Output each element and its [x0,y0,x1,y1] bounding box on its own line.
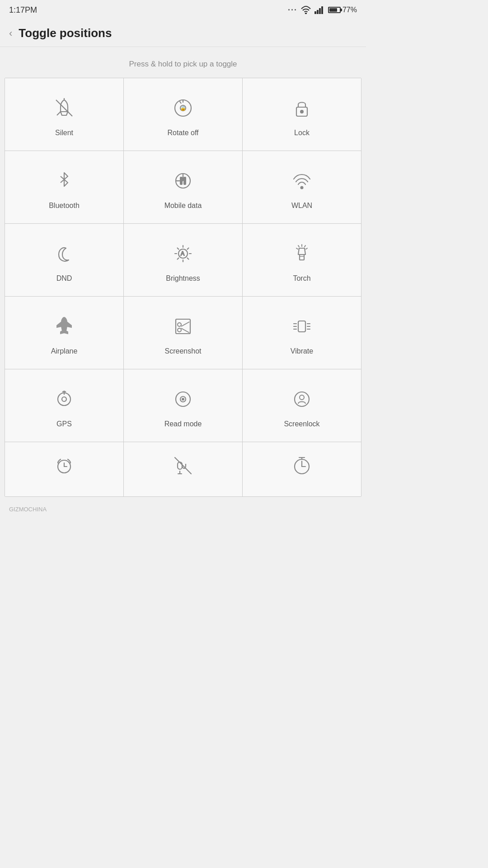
page-title: Toggle positions [19,26,112,40]
watermark: GIZMOCHINA [0,497,366,522]
silent-label: Silent [55,129,73,137]
battery-percent: 77% [343,6,357,14]
grid-row-4: Airplane Screenshot [5,297,361,369]
wlan-label: WLAN [291,202,312,210]
mobile-data-label: Mobile data [164,202,202,210]
gps-label: GPS [56,420,72,428]
lock-icon [288,94,315,122]
toggle-mute-slash[interactable] [124,442,243,496]
svg-rect-28 [300,255,304,260]
svg-line-26 [178,258,179,259]
read-mode-icon [169,386,197,413]
timer-icon [288,452,315,479]
toggle-mobile-data[interactable]: Mobile data [124,151,243,223]
toggle-rotate-off[interactable]: 🔒 Rotate off [124,78,243,151]
bluetooth-icon [51,167,78,194]
svg-point-37 [178,328,181,332]
toggle-airplane[interactable]: Airplane [5,297,124,369]
svg-rect-40 [298,321,305,332]
toggle-silent[interactable]: Silent [5,78,124,151]
toggle-torch[interactable]: Torch [243,224,361,296]
svg-text:A: A [181,250,184,257]
dnd-label: DND [56,274,72,283]
toggle-grid: Silent 🔒 Rotate off [5,78,361,497]
svg-point-36 [178,323,181,326]
toggle-lock[interactable]: Lock [243,78,361,151]
watermark-text: GIZMOCHINA [9,506,47,513]
svg-point-17 [301,187,303,189]
svg-rect-4 [321,6,323,14]
read-mode-label: Read mode [164,420,202,428]
svg-point-10 [300,110,303,113]
toggle-dnd[interactable]: DND [5,224,124,296]
silent-icon [51,94,78,122]
svg-rect-2 [317,10,319,14]
header: ‹ Toggle positions [0,20,366,47]
rotate-off-label: Rotate off [167,129,198,137]
svg-point-47 [58,393,70,406]
dnd-icon [51,240,78,267]
grid-row-5: GPS Read mode Screenlock [5,369,361,442]
grid-row-1: Silent 🔒 Rotate off [5,78,361,151]
lock-label: Lock [294,129,310,137]
vibrate-label: Vibrate [291,347,313,355]
toggle-bluetooth[interactable]: Bluetooth [5,151,124,223]
status-bar: 1:17PM ··· 77% [0,0,366,20]
svg-line-39 [181,328,189,333]
screenshot-label: Screenshot [165,347,202,355]
toggle-read-mode[interactable]: Read mode [124,369,243,442]
grid-row-6 [5,442,361,496]
svg-line-23 [178,248,179,250]
toggle-alarm[interactable] [5,442,124,496]
toggle-vibrate[interactable]: Vibrate [243,297,361,369]
hint-text: Press & hold to pick up a toggle [0,47,366,78]
screenshot-icon [169,313,197,340]
gps-icon [51,386,78,413]
grid-row-3: DND A Brightness [5,224,361,297]
screenlock-label: Screenlock [284,420,319,428]
svg-line-25 [188,248,189,250]
signal-icon [314,6,324,14]
svg-rect-16 [184,177,186,184]
torch-label: Torch [293,274,310,283]
wifi-icon [301,6,311,14]
svg-line-31 [305,245,305,247]
svg-point-48 [62,397,66,401]
battery-icon [328,7,341,13]
toggle-gps[interactable]: GPS [5,369,124,442]
more-icon: ··· [288,5,297,15]
grid-row-2: Bluetooth Mobile data [5,151,361,224]
battery-indicator: 77% [328,6,357,14]
svg-rect-3 [319,8,321,14]
torch-icon [288,240,315,267]
svg-point-0 [305,13,306,14]
rotate-off-icon: 🔒 [169,94,197,122]
brightness-label: Brightness [166,274,200,283]
svg-line-34 [296,248,298,249]
airplane-label: Airplane [51,347,78,355]
bluetooth-label: Bluetooth [49,202,80,210]
svg-line-24 [188,258,189,259]
screenlock-icon [288,386,315,413]
vibrate-icon [288,313,315,340]
mute-slash-icon [169,452,197,479]
alarm-icon [51,452,78,479]
wlan-icon [288,167,315,194]
svg-point-54 [300,395,304,400]
toggle-brightness[interactable]: A Brightness [124,224,243,296]
svg-line-32 [298,245,299,247]
toggle-wlan[interactable]: WLAN [243,151,361,223]
status-time: 1:17PM [9,5,37,15]
status-icons: ··· 77% [288,5,357,15]
svg-line-38 [181,322,189,326]
airplane-icon [51,313,78,340]
toggle-screenshot[interactable]: Screenshot [124,297,243,369]
svg-line-33 [306,248,307,249]
svg-rect-15 [180,177,182,184]
svg-rect-1 [314,11,316,14]
toggle-timer[interactable] [243,442,361,496]
mobile-data-icon [169,167,197,194]
toggle-screenlock[interactable]: Screenlock [243,369,361,442]
back-button[interactable]: ‹ [9,28,12,39]
svg-text:🔒: 🔒 [180,105,186,111]
